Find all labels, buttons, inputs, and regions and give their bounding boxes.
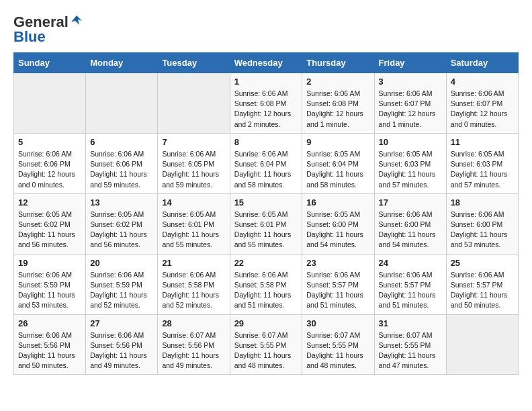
- day-number: 1: [234, 77, 298, 87]
- weekday-header-tuesday: Tuesday: [158, 53, 230, 73]
- calendar-cell: 15Sunrise: 6:05 AMSunset: 6:01 PMDayligh…: [230, 193, 302, 254]
- day-info: Sunrise: 6:05 AMSunset: 6:02 PMDaylight:…: [18, 210, 81, 250]
- calendar-cell: 19Sunrise: 6:06 AMSunset: 5:59 PMDayligh…: [14, 254, 86, 314]
- day-number: 20: [90, 258, 153, 268]
- day-info: Sunrise: 6:05 AMSunset: 6:01 PMDaylight:…: [162, 210, 225, 250]
- day-info: Sunrise: 6:06 AMSunset: 6:05 PMDaylight:…: [162, 149, 225, 190]
- calendar-header: SundayMondayTuesdayWednesdayThursdayFrid…: [14, 53, 519, 73]
- weekday-header-wednesday: Wednesday: [230, 53, 302, 73]
- calendar-cell: 22Sunrise: 6:06 AMSunset: 5:58 PMDayligh…: [230, 254, 302, 314]
- day-info: Sunrise: 6:07 AMSunset: 5:55 PMDaylight:…: [234, 330, 298, 371]
- calendar-cell: 29Sunrise: 6:07 AMSunset: 5:55 PMDayligh…: [230, 314, 302, 375]
- day-number: 18: [451, 197, 514, 208]
- weekday-header-thursday: Thursday: [302, 53, 374, 73]
- day-number: 7: [162, 137, 225, 147]
- day-number: 13: [90, 197, 153, 208]
- day-info: Sunrise: 6:06 AMSunset: 6:07 PMDaylight:…: [451, 89, 514, 130]
- calendar-cell: 23Sunrise: 6:06 AMSunset: 5:57 PMDayligh…: [302, 254, 374, 314]
- calendar-cell: 14Sunrise: 6:05 AMSunset: 6:01 PMDayligh…: [158, 193, 230, 254]
- day-info: Sunrise: 6:06 AMSunset: 5:57 PMDaylight:…: [379, 270, 442, 311]
- day-number: 16: [306, 197, 369, 208]
- calendar-cell: 28Sunrise: 6:07 AMSunset: 5:56 PMDayligh…: [158, 314, 230, 375]
- day-number: 27: [90, 318, 153, 328]
- calendar-week-row: 12Sunrise: 6:05 AMSunset: 6:02 PMDayligh…: [14, 193, 519, 254]
- day-number: 11: [451, 137, 514, 147]
- day-info: Sunrise: 6:06 AMSunset: 5:58 PMDaylight:…: [234, 270, 298, 311]
- day-number: 25: [451, 258, 514, 268]
- calendar-cell: 5Sunrise: 6:06 AMSunset: 6:06 PMDaylight…: [14, 133, 86, 193]
- day-info: Sunrise: 6:06 AMSunset: 5:56 PMDaylight:…: [18, 330, 81, 371]
- calendar-cell: 6Sunrise: 6:06 AMSunset: 6:06 PMDaylight…: [86, 133, 158, 193]
- calendar-cell: [14, 73, 86, 134]
- day-info: Sunrise: 6:07 AMSunset: 5:55 PMDaylight:…: [306, 330, 369, 371]
- logo: General Blue: [13, 13, 83, 46]
- calendar-cell: [158, 73, 230, 134]
- calendar-cell: 21Sunrise: 6:06 AMSunset: 5:58 PMDayligh…: [158, 254, 230, 314]
- calendar-cell: [86, 73, 158, 134]
- calendar-cell: 27Sunrise: 6:06 AMSunset: 5:56 PMDayligh…: [86, 314, 158, 375]
- day-number: 4: [451, 77, 514, 87]
- calendar-cell: 7Sunrise: 6:06 AMSunset: 6:05 PMDaylight…: [158, 133, 230, 193]
- day-info: Sunrise: 6:06 AMSunset: 5:56 PMDaylight:…: [90, 330, 153, 371]
- day-number: 26: [18, 318, 81, 328]
- logo-blue-text: Blue: [13, 28, 46, 46]
- day-info: Sunrise: 6:06 AMSunset: 6:08 PMDaylight:…: [306, 89, 369, 130]
- calendar-body: 1Sunrise: 6:06 AMSunset: 6:08 PMDaylight…: [14, 73, 519, 375]
- calendar-cell: 31Sunrise: 6:07 AMSunset: 5:55 PMDayligh…: [374, 314, 446, 375]
- day-number: 24: [379, 258, 442, 268]
- calendar-cell: 10Sunrise: 6:05 AMSunset: 6:03 PMDayligh…: [374, 133, 446, 193]
- day-info: Sunrise: 6:06 AMSunset: 5:59 PMDaylight:…: [18, 270, 81, 311]
- day-number: 3: [379, 77, 442, 87]
- day-number: 15: [234, 197, 298, 208]
- day-info: Sunrise: 6:05 AMSunset: 6:00 PMDaylight:…: [306, 210, 369, 250]
- day-info: Sunrise: 6:06 AMSunset: 6:07 PMDaylight:…: [379, 89, 442, 130]
- weekday-header-row: SundayMondayTuesdayWednesdayThursdayFrid…: [14, 53, 519, 73]
- day-number: 2: [306, 77, 369, 87]
- calendar-cell: 25Sunrise: 6:06 AMSunset: 5:57 PMDayligh…: [446, 254, 518, 314]
- calendar-cell: 26Sunrise: 6:06 AMSunset: 5:56 PMDayligh…: [14, 314, 86, 375]
- calendar-cell: 20Sunrise: 6:06 AMSunset: 5:59 PMDayligh…: [86, 254, 158, 314]
- day-info: Sunrise: 6:06 AMSunset: 6:04 PMDaylight:…: [234, 149, 298, 190]
- calendar-cell: 8Sunrise: 6:06 AMSunset: 6:04 PMDaylight…: [230, 133, 302, 193]
- day-number: 19: [18, 258, 81, 268]
- calendar-week-row: 19Sunrise: 6:06 AMSunset: 5:59 PMDayligh…: [14, 254, 519, 314]
- weekday-header-monday: Monday: [86, 53, 158, 73]
- day-info: Sunrise: 6:05 AMSunset: 6:03 PMDaylight:…: [379, 149, 442, 190]
- day-info: Sunrise: 6:06 AMSunset: 5:57 PMDaylight:…: [306, 270, 369, 311]
- calendar-table: SundayMondayTuesdayWednesdayThursdayFrid…: [13, 52, 519, 375]
- calendar-cell: 1Sunrise: 6:06 AMSunset: 6:08 PMDaylight…: [230, 73, 302, 134]
- day-info: Sunrise: 6:05 AMSunset: 6:03 PMDaylight:…: [451, 149, 514, 190]
- calendar-cell: 4Sunrise: 6:06 AMSunset: 6:07 PMDaylight…: [446, 73, 518, 134]
- day-number: 28: [162, 318, 225, 328]
- day-number: 29: [234, 318, 298, 328]
- day-number: 14: [162, 197, 225, 208]
- day-info: Sunrise: 6:05 AMSunset: 6:04 PMDaylight:…: [306, 149, 369, 190]
- day-info: Sunrise: 6:06 AMSunset: 5:58 PMDaylight:…: [162, 270, 225, 311]
- day-number: 8: [234, 137, 298, 147]
- calendar-cell: 13Sunrise: 6:05 AMSunset: 6:02 PMDayligh…: [86, 193, 158, 254]
- calendar-cell: 3Sunrise: 6:06 AMSunset: 6:07 PMDaylight…: [374, 73, 446, 134]
- calendar-cell: 17Sunrise: 6:06 AMSunset: 6:00 PMDayligh…: [374, 193, 446, 254]
- calendar-cell: 2Sunrise: 6:06 AMSunset: 6:08 PMDaylight…: [302, 73, 374, 134]
- day-number: 9: [306, 137, 369, 147]
- calendar-cell: 9Sunrise: 6:05 AMSunset: 6:04 PMDaylight…: [302, 133, 374, 193]
- day-number: 6: [90, 137, 153, 147]
- day-info: Sunrise: 6:07 AMSunset: 5:56 PMDaylight:…: [162, 330, 225, 371]
- calendar-cell: 18Sunrise: 6:06 AMSunset: 6:00 PMDayligh…: [446, 193, 518, 254]
- day-number: 30: [306, 318, 369, 328]
- calendar-week-row: 1Sunrise: 6:06 AMSunset: 6:08 PMDaylight…: [14, 73, 519, 134]
- day-info: Sunrise: 6:06 AMSunset: 5:57 PMDaylight:…: [451, 270, 514, 311]
- day-info: Sunrise: 6:06 AMSunset: 6:06 PMDaylight:…: [90, 149, 153, 190]
- day-number: 21: [162, 258, 225, 268]
- day-info: Sunrise: 6:06 AMSunset: 6:06 PMDaylight:…: [18, 149, 81, 190]
- svg-marker-0: [71, 15, 82, 25]
- day-number: 10: [379, 137, 442, 147]
- page-header: General Blue: [13, 13, 519, 46]
- calendar-cell: [446, 314, 518, 375]
- day-info: Sunrise: 6:06 AMSunset: 6:00 PMDaylight:…: [451, 210, 514, 250]
- day-number: 22: [234, 258, 298, 268]
- weekday-header-saturday: Saturday: [446, 53, 518, 73]
- calendar-cell: 16Sunrise: 6:05 AMSunset: 6:00 PMDayligh…: [302, 193, 374, 254]
- day-number: 12: [18, 197, 81, 208]
- calendar-week-row: 26Sunrise: 6:06 AMSunset: 5:56 PMDayligh…: [14, 314, 519, 375]
